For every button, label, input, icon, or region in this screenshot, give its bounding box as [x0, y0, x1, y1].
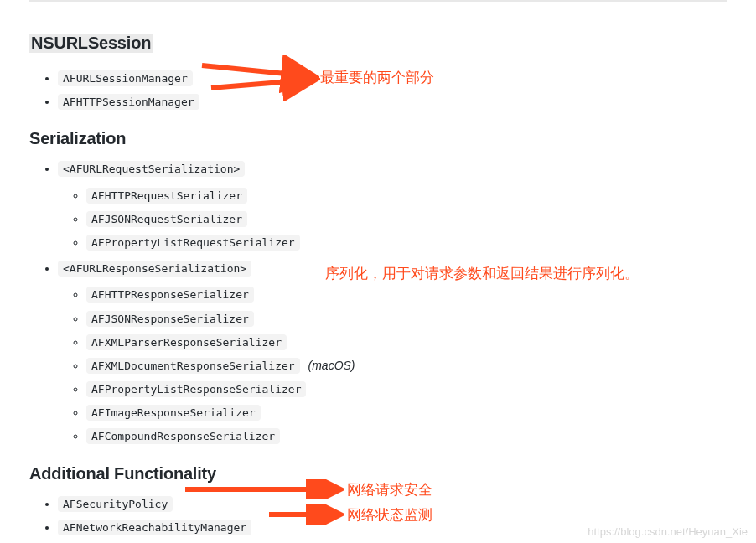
code-item: AFImageResponseSerializer — [86, 405, 261, 421]
list-item: AFSecurityPolicy — [58, 494, 727, 515]
list-item: AFHTTPSessionManager — [58, 91, 727, 112]
list-item: <AFURLRequestSerialization> AFHTTPReques… — [58, 158, 727, 253]
code-item: AFJSONRequestSerializer — [86, 211, 247, 227]
macos-note: (macOS) — [308, 359, 355, 372]
serialization-list: <AFURLRequestSerialization> AFHTTPReques… — [29, 158, 727, 447]
code-item: AFJSONResponseSerializer — [86, 311, 254, 327]
list-item: AFCompoundResponseSerializer — [86, 426, 727, 447]
section-title-nsurlsession: NSURLSession — [29, 34, 153, 53]
nsurlsession-list: AFURLSessionManager AFHTTPSessionManager — [29, 68, 727, 112]
top-divider — [29, 0, 727, 2]
section-title-serialization: Serialization — [29, 129, 727, 148]
code-item: AFPropertyListRequestSerializer — [86, 235, 300, 251]
list-item: <AFURLResponseSerialization> AFHTTPRespo… — [58, 258, 727, 447]
list-item: AFJSONResponseSerializer — [86, 308, 727, 329]
watermark-text: https://blog.csdn.net/Heyuan_Xie — [588, 525, 748, 538]
code-item: <AFURLResponseSerialization> — [58, 261, 251, 277]
sublist: AFHTTPResponseSerializer AFJSONResponseS… — [58, 284, 727, 447]
section-title-additional: Additional Functionality — [29, 464, 727, 484]
list-item: AFPropertyListResponseSerializer — [86, 379, 727, 400]
list-item: AFXMLParserResponseSerializer — [86, 332, 727, 353]
code-item: AFXMLParserResponseSerializer — [86, 334, 287, 350]
code-item: AFPropertyListResponseSerializer — [86, 381, 306, 397]
code-item: AFURLSessionManager — [58, 70, 193, 86]
document-body: NSURLSession AFURLSessionManager AFHTTPS… — [0, 0, 756, 543]
code-item: AFNetworkReachabilityManager — [58, 520, 251, 535]
list-item: AFHTTPResponseSerializer — [86, 284, 727, 305]
list-item: AFURLSessionManager — [58, 68, 727, 89]
code-item: AFXMLDocumentResponseSerializer — [86, 358, 300, 374]
code-item: <AFURLRequestSerialization> — [58, 161, 245, 177]
list-item: AFXMLDocumentResponseSerializer (macOS) — [86, 355, 727, 376]
code-item: AFSecurityPolicy — [58, 496, 173, 512]
code-item: AFHTTPRequestSerializer — [86, 188, 247, 204]
list-item: AFJSONRequestSerializer — [86, 209, 727, 230]
list-item: AFPropertyListRequestSerializer — [86, 232, 727, 253]
code-item: AFCompoundResponseSerializer — [86, 428, 280, 444]
list-item: AFHTTPRequestSerializer — [86, 185, 727, 206]
code-item: AFHTTPResponseSerializer — [86, 287, 254, 303]
sublist: AFHTTPRequestSerializer AFJSONRequestSer… — [58, 185, 727, 254]
code-item: AFHTTPSessionManager — [58, 94, 199, 110]
list-item: AFImageResponseSerializer — [86, 402, 727, 423]
